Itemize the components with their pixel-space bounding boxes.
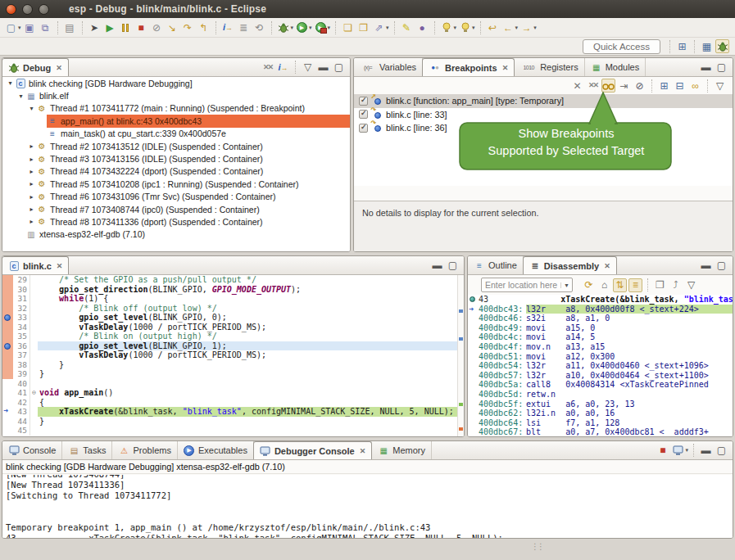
line-number[interactable]: 44 [13,417,30,427]
open-element-icon[interactable]: ❐ [356,20,370,34]
tree-expander-icon[interactable]: ▸ [27,168,36,175]
tab-problems[interactable]: ⚠Problems [112,441,177,459]
minimize-icon[interactable]: ▬ [699,444,713,458]
chevron-down-icon[interactable]: ▾ [685,447,688,454]
selected-stack-frame[interactable]: ≡app_main() at blink.c:43 0x400dbc43 [47,115,350,127]
mark-occurrences-icon[interactable]: ✎ [400,20,414,34]
minimize-icon[interactable]: ▬ [430,259,444,273]
external-tools-icon[interactable]: ▶ [314,20,328,34]
disconnect-icon[interactable]: ⊘ [150,20,164,34]
disasm-gutter[interactable] [468,418,479,428]
minimize-icon[interactable]: ▬ [699,259,713,273]
marker-bar[interactable] [2,313,13,323]
breakpoint-icon[interactable] [4,343,11,350]
step-return-icon[interactable]: ↰ [197,20,211,34]
run-icon[interactable]: ▶ [295,20,309,34]
debug-tree-row[interactable]: ▸⚙Thread #8 1073411336 (dport) (Suspende… [2,215,350,228]
save-icon[interactable]: ▣ [23,20,37,34]
marker-bar[interactable]: ➜ [2,407,13,417]
debug-tree-row[interactable]: ▸⚙Thread #3 1073413156 (IDLE) (Suspended… [2,152,350,165]
marker-bar[interactable] [2,360,13,370]
copy-icon[interactable]: ❐ [653,278,667,292]
close-icon[interactable]: ✕ [56,64,62,72]
tab-registers[interactable]: 1010Registers [515,58,584,76]
tab-disassembly[interactable]: ≣Disassembly✕ [523,256,617,274]
maximize-button[interactable] [39,4,49,15]
checkbox[interactable] [359,124,368,133]
debug-tree-row[interactable]: ▾▦blink.elf [2,89,350,102]
line-number[interactable]: 36 [13,341,30,351]
tab-breakpoints[interactable]: ●●Breakpoints✕ [422,58,515,76]
chevron-down-icon[interactable]: ▾ [472,25,475,31]
resume-icon[interactable]: ▶ [103,20,117,34]
line-number[interactable]: 35 [13,332,30,341]
disassembly-listing[interactable]: 43 xTaskCreate(&blink_task, "blink_tas➜4… [468,295,733,436]
line-number[interactable]: 45 [13,426,30,436]
disasm-gutter[interactable] [468,400,479,409]
line-number[interactable]: 33 [13,313,30,323]
line-number[interactable]: 32 [13,304,30,314]
debug-tree-row[interactable]: ≡main_task() at cpu_start.c:339 0x400d05… [2,128,350,140]
chevron-down-icon[interactable]: ▾ [454,25,457,31]
disasm-gutter[interactable] [468,323,479,333]
breakpoint-icon[interactable] [4,314,11,321]
close-icon[interactable]: ✕ [57,262,63,270]
minimize-button[interactable] [22,4,33,15]
debug-tree-row[interactable]: ▸⚙Thread #5 1073410208 (ipc1 : Running) … [2,178,350,190]
marker-bar[interactable] [2,275,13,285]
chevron-down-icon[interactable]: ▾ [18,25,21,31]
restart-icon[interactable]: ⟲ [252,20,266,34]
tab-memory[interactable]: ▦Memory [372,441,432,459]
search-icon[interactable] [440,20,454,34]
home-icon[interactable]: ⌂ [597,278,611,292]
disasm-gutter[interactable] [468,427,479,436]
tree-expander-icon[interactable]: ▸ [27,218,36,225]
open-type-icon[interactable]: ● [415,20,429,34]
tree-expander-icon[interactable]: ▸ [27,193,36,201]
tab-modules[interactable]: ▦Modules [585,58,647,76]
view-menu-icon[interactable]: ▽ [684,278,698,292]
instruction-stepping-icon[interactable]: i→ [276,61,290,75]
new-wizard-icon[interactable]: ▢ [4,20,18,34]
launch-icon[interactable]: ⇗ [372,20,386,34]
open-perspective-icon[interactable]: ⊞ [675,39,689,53]
line-number[interactable]: 29 [13,275,30,285]
checkbox[interactable] [359,97,368,106]
marker-bar[interactable] [2,426,13,436]
disasm-gutter[interactable] [468,409,479,418]
debug-tree-row[interactable]: ▸⚙Thread #7 1073408744 (ipc0) (Suspended… [2,203,350,215]
line-number[interactable]: 34 [13,323,30,332]
terminate-icon[interactable]: ■ [656,444,669,458]
print-icon[interactable]: ▤ [63,20,77,34]
line-number[interactable]: 38 [13,360,30,370]
open-project-icon[interactable]: ❏ [341,20,355,34]
debug-tree-row[interactable]: ▾⚙Thread #1 1073411772 (main : Running) … [2,102,350,115]
location-input[interactable]: Enter location here [482,280,560,290]
disasm-gutter[interactable] [468,361,479,371]
maximize-icon[interactable]: ▢ [715,61,728,75]
line-number[interactable]: 37 [13,350,30,360]
disasm-gutter[interactable] [468,390,479,400]
open-task-icon[interactable] [458,20,472,34]
marker-bar[interactable] [2,285,13,295]
tab-console[interactable]: Console [2,441,62,459]
tree-expander-icon[interactable]: ▾ [27,105,36,112]
display-console-icon[interactable] [671,444,685,458]
tab-outline[interactable]: ≡Outline [468,256,524,274]
line-number[interactable]: 30 [13,285,30,295]
line-number[interactable]: 42 [13,398,30,408]
tab-tasks[interactable]: ▤Tasks [62,441,112,459]
marker-bar[interactable] [2,350,13,360]
sync-selection-icon[interactable]: ⇅ [613,278,627,292]
line-number[interactable]: 43 [13,407,30,417]
disasm-gutter[interactable] [468,371,479,381]
export-icon[interactable]: ⤴ [669,278,683,292]
marker-bar[interactable] [2,304,13,314]
disasm-gutter[interactable] [468,352,479,362]
cpp-perspective-icon[interactable]: ▦ [700,39,714,53]
disasm-gutter[interactable] [468,314,479,323]
view-menu-icon[interactable]: ▽ [713,79,727,93]
chevron-down-icon[interactable]: ▼ [560,282,572,288]
debug-icon[interactable] [277,20,291,34]
close-icon[interactable]: ✕ [360,447,366,455]
